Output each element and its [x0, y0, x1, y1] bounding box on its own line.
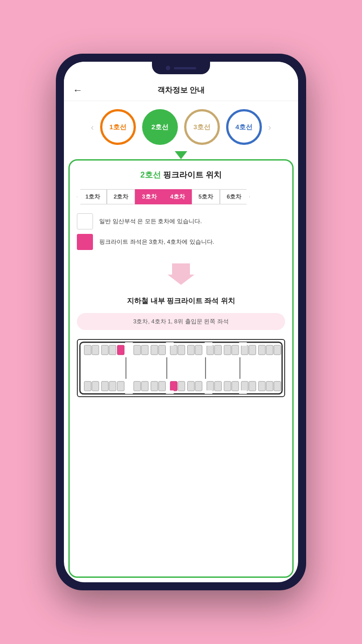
svg-rect-45 [274, 381, 281, 391]
page-title: 객차정보 안내 [157, 85, 205, 95]
svg-rect-5 [109, 345, 116, 355]
svg-rect-38 [215, 381, 221, 391]
car-tab-1[interactable]: 1호차 [77, 189, 107, 204]
scroll-right-arrow[interactable]: › [268, 122, 271, 132]
train-diagram [77, 339, 285, 397]
svg-rect-43 [258, 381, 265, 391]
svg-rect-10 [159, 345, 165, 355]
legend-highlight: 3호차, 4호차 [149, 238, 182, 245]
svg-rect-13 [187, 345, 194, 355]
top-nav: ← 객차정보 안내 [64, 81, 298, 101]
svg-rect-24 [84, 381, 91, 391]
notch [152, 62, 210, 74]
car-tab-4[interactable]: 4호차 [164, 189, 192, 204]
svg-rect-3 [92, 345, 99, 355]
svg-rect-32 [159, 381, 165, 391]
svg-rect-44 [266, 381, 273, 391]
svg-rect-49 [239, 342, 247, 346]
car-tab-6[interactable]: 6호차 [220, 189, 250, 204]
svg-rect-14 [195, 345, 202, 355]
svg-rect-19 [241, 345, 248, 355]
svg-rect-18 [232, 345, 239, 355]
svg-rect-16 [215, 345, 221, 355]
svg-rect-28 [118, 381, 124, 391]
line3-button[interactable]: 3호선 [184, 109, 220, 145]
camera [166, 66, 170, 70]
big-arrow-down [77, 259, 285, 288]
svg-rect-30 [141, 381, 148, 391]
speaker [174, 67, 196, 69]
legend-box-pink [77, 234, 93, 250]
svg-rect-6 [118, 345, 124, 355]
card-title-suffix: 핑크라이트 위치 [163, 170, 222, 179]
phone-frame: ← 객차정보 안내 ‹ 1호선 2호선 3호선 4호선 › 2호선 핑크라이트 … [56, 54, 306, 590]
svg-rect-8 [141, 345, 148, 355]
legend: 일반 임산부석 은 모든 호차에 있습니다. 핑크라이트 좌석은 3호차, 4호… [77, 213, 285, 250]
legend-text-2: 핑크라이트 좌석은 3호차, 4호차에 있습니다. [99, 238, 214, 246]
legend-row-1: 일반 임산부석 은 모든 호차에 있습니다. [77, 213, 285, 229]
card-title: 2호선 핑크라이트 위치 [77, 169, 285, 180]
svg-rect-42 [249, 381, 256, 391]
svg-rect-22 [266, 345, 273, 355]
arrow-indicator [64, 148, 298, 159]
svg-rect-41 [241, 381, 248, 391]
back-button[interactable]: ← [73, 85, 83, 96]
svg-rect-7 [134, 345, 140, 355]
svg-rect-9 [151, 345, 158, 355]
svg-rect-17 [224, 345, 231, 355]
svg-rect-15 [207, 345, 214, 355]
location-badge: 3호차, 4호차 1, 8위 출입문 왼쪽 좌석 [77, 313, 285, 330]
line4-button[interactable]: 4호선 [226, 109, 262, 145]
svg-rect-47 [166, 342, 173, 346]
legend-box-white [77, 213, 93, 229]
svg-rect-48 [205, 342, 212, 346]
car-tab-2[interactable]: 2호차 [107, 189, 135, 204]
svg-rect-50 [125, 390, 133, 394]
svg-rect-11 [170, 345, 177, 355]
line2-button[interactable]: 2호선 [142, 109, 178, 145]
legend-row-2: 핑크라이트 좌석은 3호차, 4호차에 있습니다. [77, 234, 285, 250]
svg-marker-0 [168, 263, 194, 285]
svg-rect-25 [92, 381, 99, 391]
svg-rect-37 [207, 381, 214, 391]
line1-button[interactable]: 1호선 [100, 109, 136, 145]
car-tabs: 1호차 2호차 3호차 4호차 5호차 6호차 [77, 189, 285, 204]
svg-rect-4 [101, 345, 108, 355]
svg-rect-21 [258, 345, 265, 355]
legend-text-1: 일반 임산부석 은 모든 호차에 있습니다. [99, 217, 202, 225]
svg-rect-2 [84, 345, 91, 355]
svg-rect-36 [195, 381, 202, 391]
svg-rect-23 [274, 345, 281, 355]
svg-rect-39 [224, 381, 231, 391]
svg-rect-33 [170, 381, 177, 391]
svg-rect-51 [166, 390, 173, 394]
svg-rect-40 [232, 381, 239, 391]
scroll-left-arrow[interactable]: ‹ [91, 122, 94, 132]
car-tab-3[interactable]: 3호차 [135, 189, 163, 204]
svg-rect-52 [205, 390, 212, 394]
svg-rect-53 [239, 390, 247, 394]
svg-rect-31 [151, 381, 158, 391]
line-selector: ‹ 1호선 2호선 3호선 4호선 › [64, 101, 298, 145]
svg-rect-34 [178, 381, 185, 391]
svg-rect-12 [178, 345, 185, 355]
svg-rect-20 [249, 345, 256, 355]
svg-rect-35 [187, 381, 194, 391]
svg-rect-46 [125, 342, 133, 346]
svg-rect-29 [134, 381, 140, 391]
content-card: 2호선 핑크라이트 위치 1호차 2호차 3호차 4호차 5호차 6호차 일반 … [68, 159, 294, 578]
notch-area [64, 62, 298, 81]
card-title-line: 2호선 [140, 170, 161, 179]
section2-title: 지하철 내부 핑크라이트 좌석 위치 [77, 297, 285, 306]
svg-rect-26 [101, 381, 108, 391]
svg-rect-27 [109, 381, 116, 391]
car-tab-5[interactable]: 5호차 [192, 189, 220, 204]
phone-screen: ← 객차정보 안내 ‹ 1호선 2호선 3호선 4호선 › 2호선 핑크라이트 … [64, 62, 298, 582]
